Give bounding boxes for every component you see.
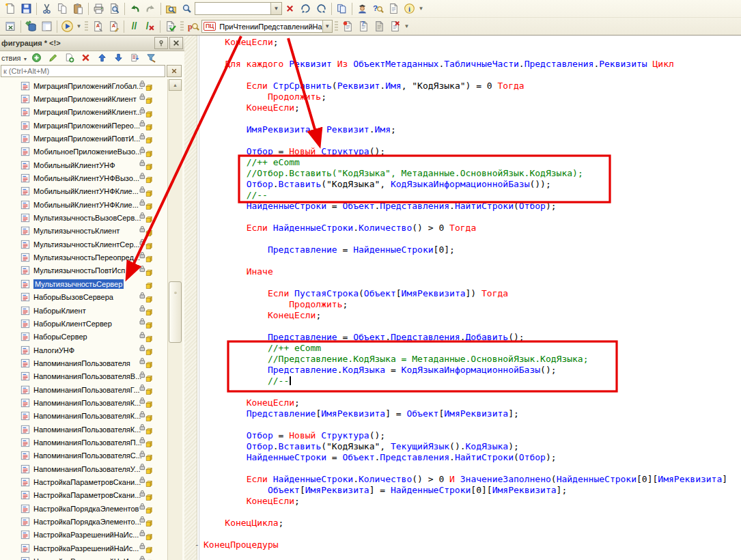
- topic-doc-icon[interactable]: [386, 1, 402, 16]
- search-combobox[interactable]: ▼: [195, 2, 282, 15]
- tree-item[interactable]: НапоминанияПользователяП...: [0, 436, 167, 449]
- clear-search-icon[interactable]: [282, 1, 298, 16]
- tree-item[interactable]: МобильныйКлиентУНФ: [0, 158, 167, 171]
- grey-doc-icon[interactable]: [372, 19, 387, 34]
- add-button[interactable]: [28, 52, 44, 64]
- new-document-icon[interactable]: [3, 1, 18, 16]
- run-client-icon[interactable]: [59, 19, 75, 34]
- tree-item[interactable]: НаборыКлиент: [0, 304, 167, 317]
- fold-collapse-marker[interactable]: -: [195, 540, 199, 550]
- code-area[interactable]: КонецЕсли; Для каждого Реквизит Из Объек…: [204, 37, 741, 550]
- procedure-badge: ПЦ: [204, 22, 216, 31]
- tree-item[interactable]: МультиязычностьКлиент: [0, 225, 167, 238]
- copy-add-button[interactable]: [61, 52, 77, 64]
- help-search-icon[interactable]: ?: [370, 1, 386, 16]
- template-a-icon[interactable]: А: [90, 19, 106, 34]
- add-comment-icon[interactable]: //: [126, 19, 142, 34]
- question-doc-icon[interactable]: ?: [356, 19, 372, 34]
- code-line: Отбор = Новый Структура();: [204, 146, 741, 157]
- tree-item[interactable]: НастройкаПорядкаЭлементо...: [0, 515, 167, 528]
- tree-item[interactable]: НастройкаРазрешенийНаИс...: [0, 529, 167, 542]
- tree-item[interactable]: МиграцияПриложенийГлобал...: [0, 79, 167, 92]
- tree-item[interactable]: МиграцияПриложенийПовтИ...: [0, 132, 167, 145]
- tree-item[interactable]: НапоминанияПользователяС...: [0, 449, 167, 462]
- dropdown-caret-icon[interactable]: ▼: [75, 19, 83, 34]
- tree-item[interactable]: НапоминанияПользователяК...: [0, 410, 167, 423]
- procedure-combobox[interactable]: ПЦПриЧтенииПредставленийНаСе▼: [201, 20, 333, 33]
- procedures-search-icon[interactable]: p: [186, 19, 201, 34]
- undo-icon[interactable]: [127, 1, 143, 16]
- dropdown-caret-icon[interactable]: ▼: [417, 1, 425, 16]
- search-next-icon[interactable]: [298, 1, 313, 16]
- tree-item[interactable]: МультиязычностьПереопред...: [0, 251, 167, 264]
- copy-icon[interactable]: [55, 1, 70, 16]
- filter-button[interactable]: [143, 52, 159, 64]
- tree-item[interactable]: МиграцияПриложенийПерео...: [0, 119, 167, 132]
- tree-item[interactable]: НапоминанияПользователяК...: [0, 423, 167, 436]
- tree-item[interactable]: МобильноеПриложениеВызо...: [0, 145, 167, 158]
- scroll-up-button[interactable]: ▲: [169, 79, 182, 91]
- tree-item[interactable]: МобильныйКлиентУНФКлие...: [0, 198, 167, 211]
- info-icon[interactable]: i: [402, 1, 417, 16]
- pin-button[interactable]: [154, 37, 168, 49]
- move-down-button[interactable]: [110, 52, 126, 64]
- tree-item[interactable]: НапоминанияПользователяВ...: [0, 370, 167, 383]
- tree-item[interactable]: НаборыКлиентСервер: [0, 317, 167, 330]
- template-b-icon[interactable]: А: [106, 19, 122, 34]
- dropdown-caret-icon[interactable]: ▼: [403, 19, 410, 34]
- remove-comment-icon[interactable]: /: [142, 19, 158, 34]
- delete-doc-icon[interactable]: [387, 19, 403, 34]
- tree-item-selected[interactable]: МультиязычностьСервер: [0, 277, 167, 290]
- syntax-check-icon[interactable]: [163, 19, 178, 34]
- tree-item[interactable]: НаборыВызовСервера: [0, 291, 167, 304]
- tree-item[interactable]: НапоминанияПользователяГ...: [0, 383, 167, 396]
- form-editor-icon[interactable]: [39, 19, 55, 34]
- code-line: КонецЕсли;: [204, 397, 741, 408]
- print-preview-icon[interactable]: [107, 1, 122, 16]
- tree-search-input[interactable]: [1, 65, 165, 77]
- update-database-icon[interactable]: [23, 19, 39, 34]
- tree-item[interactable]: МобильныйКлиентУНФВызо...: [0, 171, 167, 184]
- reorder-button[interactable]: [126, 52, 143, 64]
- tree-item[interactable]: НапоминанияПользователя: [0, 356, 167, 369]
- cut-icon[interactable]: [39, 1, 55, 16]
- bookmark-doc-icon[interactable]: [340, 19, 356, 34]
- tree-item[interactable]: НастройкаПараметровСкани...: [0, 489, 167, 502]
- code-line: //++ eComm: [204, 157, 741, 168]
- edit-button[interactable]: [44, 52, 61, 64]
- scroll-thumb[interactable]: [169, 281, 182, 343]
- tree-item[interactable]: НаборыСервер: [0, 331, 167, 344]
- move-up-button[interactable]: [94, 52, 110, 64]
- tree-item[interactable]: НастройкаРазрешенийНаИс...: [0, 555, 167, 560]
- print-icon[interactable]: [91, 1, 107, 16]
- find-in-files-icon[interactable]: [163, 1, 179, 16]
- tree-item[interactable]: НастройкаПараметровСкани...: [0, 475, 167, 488]
- copy-pages-icon[interactable]: [334, 1, 350, 16]
- delete-button[interactable]: [77, 52, 94, 64]
- tree-item[interactable]: МультиязычностьВызовСерв...: [0, 211, 167, 224]
- tree-item[interactable]: МиграцияПриложенийКлиент: [0, 92, 167, 105]
- paste-icon[interactable]: [70, 1, 86, 16]
- syntax-assistant-icon[interactable]: [354, 1, 370, 16]
- tree-item[interactable]: НапоминанияПользователяУ...: [0, 462, 167, 475]
- tree-item[interactable]: МиграцияПриложенийКлиент...: [0, 106, 167, 119]
- search-prev-icon[interactable]: [313, 1, 329, 16]
- actions-menu[interactable]: ствия ▼: [1, 54, 27, 62]
- tree-item[interactable]: НастройкаРазрешенийНаИс...: [0, 542, 167, 555]
- tree-item[interactable]: МультиязычностьКлиентСер...: [0, 238, 167, 251]
- code-line: Продолжить;: [204, 299, 741, 310]
- zoom-magnifier-icon[interactable]: [179, 1, 195, 16]
- tree-item[interactable]: МобильныйКлиентУНФКлие...: [0, 185, 167, 198]
- save-icon[interactable]: [18, 1, 34, 16]
- object-cube-icon: [145, 322, 153, 329]
- update-window-icon[interactable]: [3, 19, 18, 34]
- tree-item[interactable]: МультиязычностьПовтИсп: [0, 264, 167, 277]
- tree-scrollbar[interactable]: ▲: [167, 79, 182, 560]
- tree-item[interactable]: НапоминанияПользователяК...: [0, 396, 167, 409]
- clear-tree-search-button[interactable]: [167, 65, 182, 77]
- tree-item[interactable]: НалогиУНФ: [0, 344, 167, 356]
- close-panel-button[interactable]: [169, 37, 183, 49]
- redo-icon[interactable]: [143, 1, 158, 16]
- tree-item[interactable]: НастройкаПорядкаЭлементов: [0, 502, 167, 515]
- module-code-editor[interactable]: КонецЕсли; Для каждого Реквизит Из Объек…: [184, 36, 741, 560]
